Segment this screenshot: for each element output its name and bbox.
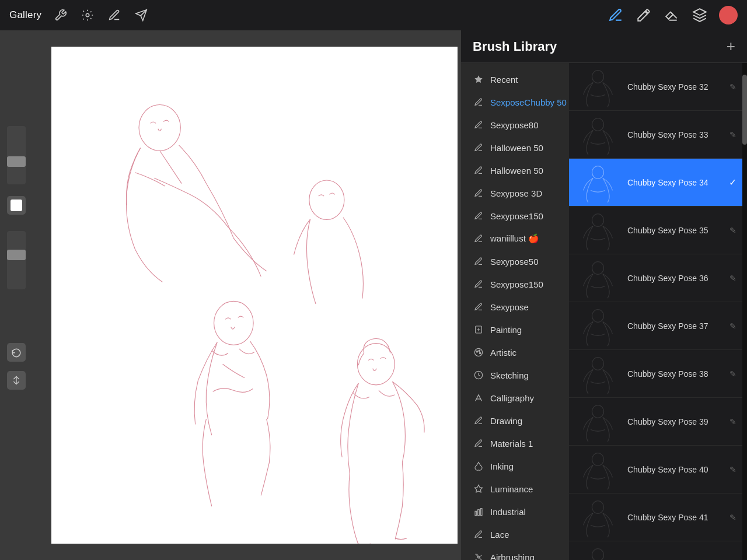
brush-item-brush36[interactable]: Chubby Sexy Pose 36✎ [569, 254, 742, 302]
gallery-button[interactable]: Gallery [9, 9, 41, 21]
brush-edit-icon[interactable]: ✎ [729, 513, 736, 522]
eraser-icon[interactable] [663, 6, 680, 24]
color-swatch[interactable] [7, 196, 26, 215]
brush-name-brush35: Chubby Sexy Pose 35 [627, 226, 727, 235]
size-slider[interactable] [7, 231, 26, 289]
category-item-sexypose3d[interactable]: Sexypose 3D [465, 182, 566, 204]
top-toolbar: Gallery [0, 0, 747, 30]
brush-item-brush40[interactable]: Chubby Sexy Pose 40✎ [569, 446, 742, 494]
brush-info-brush32: Chubby Sexy Pose 32 [624, 82, 727, 92]
category-item-sexypose150b[interactable]: Sexypose150 [465, 273, 566, 295]
category-item-sexypose80[interactable]: Sexypose80 [465, 114, 566, 136]
category-label-luminance: Luminance [490, 484, 533, 494]
pen-s-icon[interactable] [107, 8, 122, 23]
brush-item-brush41[interactable]: Chubby Sexy Pose 41✎ [569, 494, 742, 541]
category-item-waniillust[interactable]: waniillust 🍎 [465, 228, 566, 250]
svg-point-14 [479, 352, 481, 354]
category-label-sexypose: Sexypose [490, 302, 529, 312]
category-item-drawing[interactable]: Drawing [465, 410, 566, 432]
layers-icon[interactable] [691, 6, 708, 24]
svg-point-12 [476, 351, 478, 352]
brush-edit-icon[interactable]: ✎ [729, 417, 736, 426]
category-label-sexypose150a: Sexypose150 [490, 211, 543, 221]
category-item-sexypose50[interactable]: Sexypose50 [465, 250, 566, 272]
brush-edit-icon[interactable]: ✎ [729, 369, 736, 379]
brush-item-brush39[interactable]: Chubby Sexy Pose 39✎ [569, 398, 742, 446]
brush-item-brush38[interactable]: Chubby Sexy Pose 38✎ [569, 350, 742, 398]
category-item-sexyposechubby50[interactable]: SexposeChubby 50 [465, 91, 566, 113]
blue-pencil-icon[interactable] [607, 6, 624, 24]
category-label-calligraphy: Calligraphy [490, 393, 534, 403]
category-item-sketching[interactable]: Sketching [465, 364, 566, 386]
drawing-canvas[interactable] [51, 47, 458, 544]
category-item-halloween50a[interactable]: Halloween 50 [465, 136, 566, 159]
send-icon[interactable] [134, 8, 149, 23]
wrench-icon[interactable] [53, 8, 68, 23]
brush-name-brush39: Chubby Sexy Pose 39 [627, 417, 727, 426]
category-item-lace[interactable]: Lace [465, 523, 566, 545]
category-label-sexypose50: Sexypose50 [490, 257, 539, 267]
brush-info-brush39: Chubby Sexy Pose 39 [624, 417, 727, 426]
category-item-calligraphy[interactable]: Calligraphy [465, 387, 566, 409]
category-item-industrial[interactable]: Industrial [465, 501, 566, 523]
category-icon-halloween50a [473, 142, 484, 153]
brush-info-brush35: Chubby Sexy Pose 35 [624, 226, 727, 235]
brush-edit-icon[interactable]: ✎ [729, 226, 736, 235]
brush-item-brush32[interactable]: Chubby Sexy Pose 32✎ [569, 63, 742, 111]
brush-item-brush37[interactable]: Chubby Sexy Pose 37✎ [569, 302, 742, 350]
category-item-painting[interactable]: Painting [465, 318, 566, 341]
smudge-icon[interactable] [635, 6, 652, 24]
category-item-halloween50b[interactable]: Halloween 50 [465, 159, 566, 181]
category-item-sexypose150a[interactable]: Sexypose150 [465, 205, 566, 227]
category-icon-painting [473, 324, 484, 335]
brush-info-brush41: Chubby Sexy Pose 41 [624, 513, 727, 522]
category-label-sexypose150b: Sexypose150 [490, 279, 543, 289]
category-item-artistic[interactable]: Artistic [465, 341, 566, 363]
category-label-halloween50b: Halloween 50 [490, 166, 543, 176]
brush-info-brush36: Chubby Sexy Pose 36 [624, 274, 727, 283]
brush-preview-brush42 [571, 542, 624, 561]
category-label-sketching: Sketching [490, 370, 529, 380]
brush-edit-icon[interactable]: ✎ [729, 321, 736, 331]
brush-preview-brush37 [571, 303, 624, 349]
brush-item-brush34[interactable]: Chubby Sexy Pose 34✓ [569, 159, 742, 206]
category-item-luminance[interactable]: Luminance [465, 478, 566, 500]
brush-preview-brush35 [571, 208, 624, 253]
svg-point-6 [309, 180, 344, 220]
brush-edit-icon[interactable]: ✎ [729, 130, 736, 139]
brush-edit-icon[interactable]: ✎ [729, 465, 736, 474]
brush-scrollbar-thumb[interactable] [742, 75, 747, 145]
brush-info-brush38: Chubby Sexy Pose 38 [624, 369, 727, 379]
flip-button[interactable] [7, 371, 26, 390]
brush-edit-icon[interactable]: ✎ [729, 82, 736, 92]
brush-edit-icon[interactable]: ✎ [729, 274, 736, 283]
category-item-airbrushing[interactable]: Airbrushing [465, 546, 566, 560]
category-icon-sexypose150a [473, 210, 484, 222]
brush-item-brush35[interactable]: Chubby Sexy Pose 35✎ [569, 206, 742, 254]
brush-name-brush33: Chubby Sexy Pose 33 [627, 130, 727, 139]
opacity-slider[interactable] [7, 126, 26, 184]
brush-name-brush41: Chubby Sexy Pose 41 [627, 513, 727, 522]
undo-button[interactable] [7, 343, 26, 362]
category-label-painting: Painting [490, 325, 522, 335]
brush-item-brush33[interactable]: Chubby Sexy Pose 33✎ [569, 111, 742, 159]
brush-item-brush42[interactable]: Chubby Sexy Pose 42✎ [569, 541, 742, 560]
adjust-icon[interactable] [80, 8, 95, 23]
left-tools-panel [0, 30, 33, 560]
category-item-sexypose[interactable]: Sexypose [465, 296, 566, 318]
brush-library-header: Brush Library + [461, 30, 747, 63]
category-icon-materials1 [473, 438, 484, 449]
brush-scrollbar[interactable] [742, 63, 747, 560]
avatar[interactable] [719, 6, 738, 24]
category-label-recent: Recent [490, 75, 518, 85]
category-item-inking[interactable]: Inking [465, 455, 566, 477]
svg-point-23 [592, 214, 603, 226]
brush-name-brush34: Chubby Sexy Pose 34 [627, 178, 727, 187]
brush-library-title: Brush Library [473, 39, 727, 54]
category-icon-inking [473, 460, 484, 472]
add-brush-button[interactable]: + [727, 37, 735, 55]
brush-preview-brush34 [571, 160, 624, 205]
brush-panel-body: RecentSexposeChubby 50Sexypose80Hallowee… [461, 63, 747, 560]
category-item-materials1[interactable]: Materials 1 [465, 432, 566, 454]
category-item-recent[interactable]: Recent [465, 68, 566, 90]
